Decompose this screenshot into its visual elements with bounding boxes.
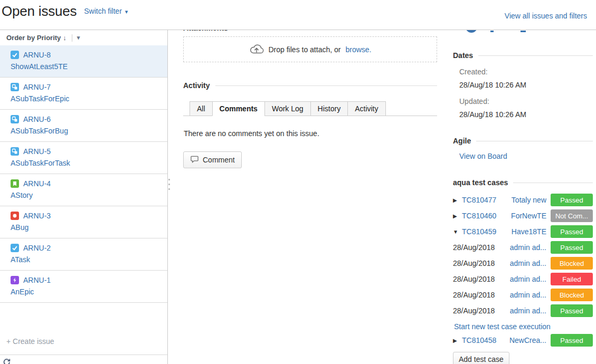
issue-key-link[interactable]: ARNU-1 [23,276,51,284]
switch-filter-dropdown[interactable]: Switch filter ▾ [84,7,128,15]
order-options-caret-icon[interactable]: ▾ [77,34,80,41]
execution-user-link[interactable]: admin ad... [495,243,546,252]
switch-filter-label: Switch filter [84,7,122,15]
issue-list-item[interactable]: ARNU-8 ShowAtLeast5TE [0,45,167,78]
issue-summary-link[interactable]: ASubTaskForBug [11,127,161,135]
status-badge[interactable]: Not Com... [551,209,593,222]
test-case-name-link[interactable]: Have18TE [496,227,546,236]
test-case-name-link[interactable]: Totaly new [496,196,546,204]
status-badge[interactable]: Passed [551,194,593,206]
execution-user-link[interactable]: admin ad... [495,291,546,299]
issue-key-link[interactable]: ARNU-5 [23,147,51,156]
created-label: Created: [459,68,593,76]
test-case-link[interactable]: TC810460 [462,212,496,220]
issue-list-item[interactable]: ARNU-4 AStory [0,174,167,206]
heading-rule [513,183,593,183]
order-by-label[interactable]: Order by Priority [6,34,61,42]
expand-right-icon[interactable]: ▶ [453,197,462,203]
sidebar-footer [0,355,167,364]
issue-summary-link[interactable]: AnEpic [11,288,161,296]
issue-list-item[interactable]: ARNU-2 ATask [0,238,167,271]
order-by-bar: Order by Priority ↓ ▾ [0,30,167,45]
browse-link[interactable]: browse. [345,45,371,54]
panel-resize-handle[interactable] [168,179,170,190]
issue-key-link[interactable]: ARNU-4 [23,179,51,188]
test-case-link[interactable]: TC810458 [462,336,496,344]
issue-key-link[interactable]: ARNU-3 [23,212,51,220]
issue-list-item[interactable]: ARNU-5 ASubTaskForTask [0,142,167,174]
status-badge[interactable]: Passed [551,304,593,317]
status-badge[interactable]: Passed [551,241,593,254]
status-badge[interactable]: Passed [551,225,593,238]
issue-list-item[interactable]: ARNU-7 ASubTaskForEpic [0,78,167,110]
issue-summary-link[interactable]: ASubTaskForTask [11,159,161,167]
created-value: 28/Aug/18 10:26 AM [459,81,593,89]
test-execution-row: 28/Aug/2018 admin ad... Blocked [453,255,593,271]
issue-summary-link[interactable]: ShowAtLeast5TE [11,62,161,71]
no-comments-message: There are no comments yet on this issue. [184,129,437,138]
tab-history[interactable]: History [310,101,348,116]
status-badge[interactable]: Blocked [551,289,593,301]
epic-icon [11,276,19,284]
test-case-name-link[interactable]: ForNewTE [496,212,546,220]
sort-direction-icon[interactable]: ↓ [63,34,67,42]
test-case-link[interactable]: TC810477 [462,196,496,204]
execution-date: 28/Aug/2018 [453,259,495,267]
view-on-board-link[interactable]: View on Board [459,152,593,160]
tab-all[interactable]: All [190,101,213,116]
issue-list-item[interactable]: ARNU-1 AnEpic [0,271,167,303]
tab-activity[interactable]: Activity [347,101,385,116]
activity-tabstrip: All Comments Work Log History Activity [183,101,437,116]
tab-comments[interactable]: Comments [212,101,265,116]
issue-list-item[interactable]: ARNU-6 ASubTaskForBug [0,110,167,142]
expand-right-icon[interactable]: ▶ [453,213,462,219]
attachments-heading: Attachments [183,30,437,32]
page-title: Open issues [2,3,77,20]
issue-list-item[interactable]: ARNU-3 ABug [0,206,167,238]
issue-summary-link[interactable]: AStory [11,191,161,199]
clipped-text-fragment [490,31,494,32]
create-issue-button[interactable]: + Create issue [0,337,167,355]
execution-user-link[interactable]: admin ad... [495,259,546,267]
issue-summary-link[interactable]: ASubTaskForEpic [11,94,161,103]
tab-work-log[interactable]: Work Log [264,101,311,116]
agile-section-heading: Agile [453,137,593,145]
issue-key-link[interactable]: ARNU-2 [23,244,51,252]
updated-value: 28/Aug/18 10:26 AM [459,110,593,119]
comment-button-label: Comment [203,156,235,164]
status-badge[interactable]: Passed [551,334,593,347]
issue-summary-link[interactable]: ABug [11,223,161,232]
dates-fields: Created: 28/Aug/18 10:26 AM Updated: 28/… [453,68,593,119]
test-case-name-link[interactable]: NewCrea... [496,336,546,344]
execution-user-link[interactable]: admin ad... [495,275,546,283]
expand-right-icon[interactable]: ▶ [453,338,462,343]
issue-key-link[interactable]: ARNU-7 [23,83,51,91]
test-case-link[interactable]: TC810459 [462,227,496,236]
collapse-down-icon[interactable]: ▼ [453,229,462,235]
heading-rule [478,55,593,56]
issue-list-sidebar: Order by Priority ↓ ▾ ARNU-8 ShowAtLeast… [0,30,168,364]
execution-date: 28/Aug/2018 [453,243,495,252]
status-badge[interactable]: Failed [551,273,593,285]
issue-summary-link[interactable]: ATask [11,255,161,264]
refresh-icon[interactable] [3,359,11,364]
issue-key-link[interactable]: ARNU-8 [23,51,51,59]
test-case-row: ▼ TC810459 Have18TE Passed [453,224,593,240]
subtask-icon [11,147,19,156]
issue-key-link[interactable]: ARNU-6 [23,115,51,123]
start-execution-link[interactable]: Start new test case execution [454,322,593,331]
add-test-case-button[interactable]: Add test case [453,352,509,364]
status-badge[interactable]: Blocked [551,257,593,270]
execution-date: 28/Aug/2018 [453,275,495,283]
comment-button[interactable]: Comment [183,151,242,168]
heading-rule [215,85,437,86]
view-all-issues-link[interactable]: View all issues and filters [505,12,587,20]
execution-user-link[interactable]: admin ad... [495,306,546,315]
clipped-people-row [453,30,593,33]
story-icon [11,179,19,188]
test-cases-table: ▶ TC810477 Totaly new Passed ▶ TC810460 … [453,192,593,364]
clipped-text-fragment [521,31,526,32]
test-case-row: ▶ TC810460 ForNewTE Not Com... [453,208,593,224]
activity-section-heading: Activity [183,81,437,90]
attachment-dropzone[interactable]: Drop files to attach, or browse. [183,36,437,62]
